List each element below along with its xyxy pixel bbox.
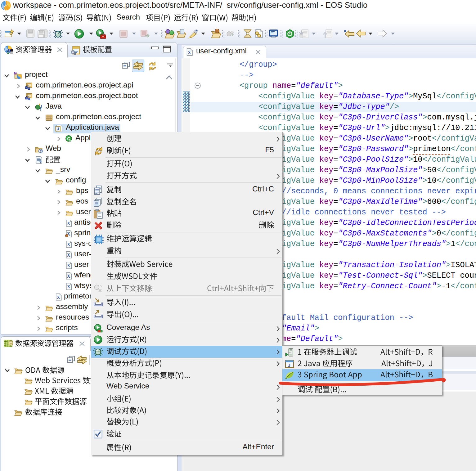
svg-text:X: X — [67, 263, 70, 268]
svg-text:M: M — [14, 72, 16, 75]
svg-text:X: X — [67, 253, 70, 258]
svg-text:?: ? — [39, 108, 41, 111]
svg-text:X: X — [67, 221, 70, 226]
svg-text:J: J — [57, 127, 59, 131]
svg-text:?: ? — [39, 160, 42, 164]
svg-text:X: X — [67, 242, 70, 247]
svg-text:J: J — [288, 362, 290, 368]
svg-text:X: X — [67, 284, 70, 289]
svg-text:X: X — [67, 274, 70, 279]
svg-text:?: ? — [40, 150, 42, 153]
svg-text:X: X — [57, 295, 60, 300]
svg-text:X: X — [188, 50, 191, 55]
